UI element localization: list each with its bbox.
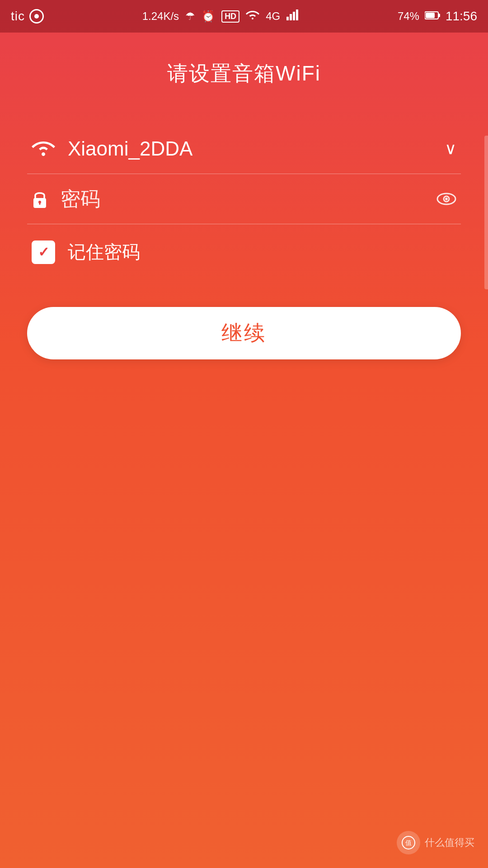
battery-icon xyxy=(425,10,440,23)
svg-rect-1 xyxy=(290,14,292,20)
remember-checkbox[interactable]: ✓ xyxy=(32,241,55,264)
app-name: tic xyxy=(11,9,25,24)
remember-label: 记住密码 xyxy=(68,240,140,264)
status-center: 1.24K/s ☂ ⏰ HD 4G xyxy=(142,9,299,23)
lock-icon xyxy=(32,189,48,209)
bluetooth-icon: ☂ xyxy=(185,10,195,23)
svg-rect-6 xyxy=(426,13,435,18)
eye-icon[interactable] xyxy=(436,192,456,206)
watermark-text: 什么值得买 xyxy=(425,836,474,849)
status-right: 74% 11:56 xyxy=(398,9,477,24)
signal-icon xyxy=(286,9,299,23)
app-dot-icon xyxy=(29,9,44,24)
password-input[interactable] xyxy=(61,188,424,210)
svg-rect-2 xyxy=(293,12,295,20)
dot-inner xyxy=(34,14,39,19)
continue-button[interactable]: 继续 xyxy=(27,307,461,359)
watermark: 值 什么值得买 xyxy=(397,831,474,854)
svg-point-12 xyxy=(445,198,448,200)
svg-rect-9 xyxy=(39,203,41,205)
chevron-down-icon[interactable]: ∨ xyxy=(445,141,456,157)
svg-rect-3 xyxy=(296,9,298,20)
checkmark-icon: ✓ xyxy=(38,245,49,259)
svg-rect-5 xyxy=(438,14,440,17)
network-speed: 1.24K/s xyxy=(142,10,179,23)
main-content: 请设置音箱WiFi Xiaomi_2DDA ∨ xyxy=(0,33,488,359)
wifi-icon xyxy=(32,140,55,158)
remember-password-row[interactable]: ✓ 记住密码 xyxy=(27,224,461,280)
svg-rect-0 xyxy=(286,17,289,20)
battery-percent: 74% xyxy=(398,10,419,23)
network-type: 4G xyxy=(266,10,280,23)
wifi-status-icon xyxy=(246,9,259,23)
form-container: Xiaomi_2DDA ∨ xyxy=(27,124,461,359)
svg-text:值: 值 xyxy=(405,839,412,846)
continue-button-label: 继续 xyxy=(221,319,267,347)
status-bar: tic 1.24K/s ☂ ⏰ HD 4G 74% xyxy=(0,0,488,33)
status-time: 11:56 xyxy=(446,9,477,24)
hd-badge: HD xyxy=(221,10,239,23)
wifi-selector-row[interactable]: Xiaomi_2DDA ∨ xyxy=(27,124,461,174)
status-left: tic xyxy=(11,9,44,24)
page-title: 请设置音箱WiFi xyxy=(27,60,461,88)
alarm-icon: ⏰ xyxy=(202,10,215,23)
watermark-icon: 值 xyxy=(397,831,420,854)
wifi-network-name: Xiaomi_2DDA xyxy=(68,137,432,160)
scroll-hint xyxy=(484,136,488,289)
password-row xyxy=(27,174,461,224)
